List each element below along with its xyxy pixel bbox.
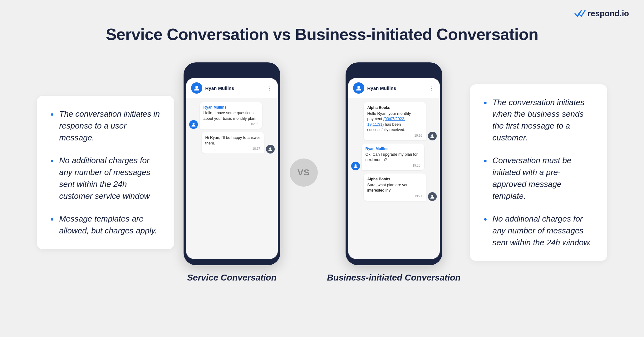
logo-text: respond.io bbox=[587, 9, 629, 18]
business-msg3-text: Sure, what plan are you interested in? bbox=[367, 183, 422, 193]
business-phone-section: Ryan Mullins ⋮ Alpha Books Hello Ryan, y… bbox=[327, 62, 461, 283]
right-points-list: The conversation initiates when the busi… bbox=[484, 97, 593, 249]
service-msg1-avatar bbox=[189, 120, 198, 129]
business-msg2-time: 19:20 bbox=[366, 164, 420, 167]
right-point-3: No additional charges for any number of … bbox=[484, 213, 593, 248]
business-avatar bbox=[353, 82, 364, 94]
left-points-list: The conversation initiates in response t… bbox=[51, 108, 160, 237]
business-message-1: Alpha Books Hello Ryan, your monthly pay… bbox=[351, 102, 437, 140]
vs-label: VS bbox=[297, 168, 310, 178]
business-msg1-sender-name: Alpha Books bbox=[367, 105, 422, 110]
service-avatar bbox=[191, 82, 202, 94]
left-point-3: Message templates are allowed, but charg… bbox=[51, 213, 160, 237]
right-point-2: Conversation must be initiated with a pr… bbox=[484, 155, 593, 202]
svg-point-2 bbox=[269, 147, 271, 149]
business-msg1-time: 19:16 bbox=[367, 134, 422, 137]
service-msg1-bubble: Ryan Mullins Hello, I have some question… bbox=[200, 102, 262, 129]
business-msg1-link: (03/07/2022, 19:11:31) bbox=[367, 117, 406, 127]
business-phone-caption: Business-initiated Conversation bbox=[327, 273, 461, 283]
svg-point-5 bbox=[354, 164, 356, 166]
service-msg2-avatar bbox=[266, 145, 275, 154]
service-phone-section: Ryan Mullins ⋮ Ryan Mullins Hello, I hav… bbox=[184, 62, 280, 283]
business-menu-icon[interactable]: ⋮ bbox=[429, 85, 435, 91]
vs-circle: VS bbox=[290, 159, 318, 187]
business-msg3-sender-name: Alpha Books bbox=[367, 177, 422, 182]
svg-point-6 bbox=[431, 195, 433, 197]
phone-notch-left bbox=[216, 69, 248, 76]
service-msg1-sender: Ryan Mullins bbox=[204, 105, 258, 110]
page-title: Service Conversation vs Business-initiat… bbox=[0, 25, 644, 44]
service-msg2-text: Hi Ryan, I'll be happy to answer them. bbox=[205, 135, 260, 146]
service-header-info: Ryan Mullins bbox=[191, 82, 234, 94]
business-msg2-sender: Ryan Mullins bbox=[366, 147, 420, 151]
left-info-box: The conversation initiates in response t… bbox=[37, 96, 174, 249]
business-phone-screen: Ryan Mullins ⋮ Alpha Books Hello Ryan, y… bbox=[348, 78, 440, 259]
svg-point-0 bbox=[195, 86, 198, 88]
business-msg2-avatar bbox=[351, 162, 360, 170]
service-message-2: Hi Ryan, I'll be happy to answer them. 1… bbox=[189, 132, 275, 154]
business-msg2-text: Ok. Can I upgrade my plan for next month… bbox=[366, 152, 420, 163]
business-msg3-avatar bbox=[428, 192, 437, 201]
business-msg1-text: Hello Ryan, your monthly payment (03/07/… bbox=[367, 111, 422, 133]
logo-icon bbox=[574, 9, 586, 18]
business-msg1-avatar bbox=[428, 132, 437, 140]
right-info-box: The conversation initiates when the busi… bbox=[470, 84, 607, 261]
business-msg2-bubble: Ryan Mullins Ok. Can I upgrade my plan f… bbox=[362, 144, 424, 170]
service-msg1-text: Hello, I have some questions about your … bbox=[204, 110, 258, 121]
service-chat-body: Ryan Mullins Hello, I have some question… bbox=[186, 98, 278, 157]
business-header-name: Ryan Mullins bbox=[367, 85, 396, 91]
right-point-1: The conversation initiates when the busi… bbox=[484, 97, 593, 144]
business-msg3-bubble: Alpha Books Sure, what plan are you inte… bbox=[364, 173, 426, 201]
service-header-name: Ryan Mullins bbox=[205, 85, 234, 91]
svg-point-3 bbox=[357, 86, 360, 88]
service-menu-icon[interactable]: ⋮ bbox=[267, 85, 273, 91]
service-phone-caption: Service Conversation bbox=[187, 273, 276, 283]
service-message-1: Ryan Mullins Hello, I have some question… bbox=[189, 102, 275, 129]
service-msg2-bubble: Hi Ryan, I'll be happy to answer them. 1… bbox=[202, 132, 264, 154]
business-chat-body: Alpha Books Hello Ryan, your monthly pay… bbox=[348, 98, 440, 205]
svg-point-4 bbox=[431, 134, 433, 136]
left-point-1: The conversation initiates in response t… bbox=[51, 108, 160, 144]
business-msg3-time: 19:21 bbox=[367, 194, 422, 198]
business-message-2: Ryan Mullins Ok. Can I upgrade my plan f… bbox=[351, 144, 437, 170]
business-phone: Ryan Mullins ⋮ Alpha Books Hello Ryan, y… bbox=[346, 62, 442, 265]
service-chat-header: Ryan Mullins ⋮ bbox=[186, 78, 278, 98]
business-msg1-bubble: Alpha Books Hello Ryan, your monthly pay… bbox=[364, 102, 426, 140]
business-chat-header: Ryan Mullins ⋮ bbox=[348, 78, 440, 98]
svg-point-1 bbox=[192, 123, 194, 125]
service-phone-screen: Ryan Mullins ⋮ Ryan Mullins Hello, I hav… bbox=[186, 78, 278, 259]
business-message-3: Alpha Books Sure, what plan are you inte… bbox=[351, 173, 437, 201]
logo: respond.io bbox=[574, 9, 629, 18]
service-msg2-time: 16:17 bbox=[205, 147, 260, 150]
service-msg1-time: 16:15 bbox=[204, 122, 258, 126]
phone-notch-right bbox=[378, 69, 410, 76]
content-area: The conversation initiates in response t… bbox=[0, 62, 644, 283]
service-phone: Ryan Mullins ⋮ Ryan Mullins Hello, I hav… bbox=[184, 62, 280, 265]
left-point-2: No additional charges for any number of … bbox=[51, 155, 160, 202]
business-header-info: Ryan Mullins bbox=[353, 82, 396, 94]
